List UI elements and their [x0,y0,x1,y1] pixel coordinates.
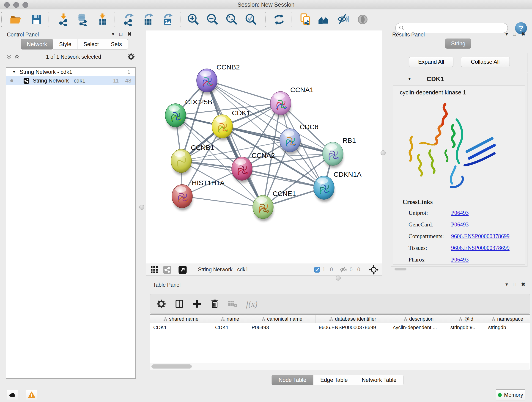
selected-checkbox-icon[interactable] [314,267,320,273]
network-overview-icon[interactable] [317,13,331,26]
column-header-namespace[interactable]: namespace [485,315,530,323]
export-image-icon[interactable] [160,13,174,26]
section-collapse-icon[interactable]: ▼ [408,77,412,81]
network-options-gear-icon[interactable] [127,53,135,61]
table-hscroll-thumb[interactable] [152,364,192,369]
warning-button[interactable] [26,390,37,400]
network-style-icon[interactable] [163,265,172,274]
gene-section-header[interactable]: ▼ CDK1 [391,73,527,85]
search-input[interactable] [404,25,497,31]
network-view-title: String Network - cdk1 [198,267,248,273]
table-hscrollbar[interactable] [150,363,530,370]
panel-float-icon[interactable]: □ [513,281,516,287]
network-node-CCNA1[interactable]: CCNA1 [270,86,314,115]
tree-collapse-icon[interactable]: ▼ [12,70,16,74]
export-network-icon[interactable] [121,13,135,26]
column-header-canonicalname[interactable]: canonical name [248,315,316,323]
show-panels-icon[interactable] [356,13,370,26]
collapse-all-icon[interactable] [6,54,12,60]
control-panel-header-icons: ▾ □ ✖ [112,31,132,37]
add-column-icon[interactable] [192,299,202,308]
memory-button[interactable]: Memory [496,389,525,400]
network-node-RB1[interactable]: RB1 [323,137,356,166]
show-columns-icon[interactable] [175,299,184,308]
column-header-databaseidentifier[interactable]: database identifier [316,315,390,323]
panel-menu-icon[interactable]: ▾ [505,31,508,37]
expand-all-button[interactable]: Expand All [409,57,453,67]
table-cell[interactable]: 9606.ENSP00000378699 [316,323,390,332]
network-node-HIST1H1A[interactable]: HIST1H1A [172,179,225,208]
column-header-id[interactable]: @id [447,315,485,323]
network-node-CCNB2[interactable]: CCNB2 [196,63,240,92]
window-minimize-button[interactable] [13,2,19,8]
crosslink-link[interactable]: P06493 [451,221,469,228]
horizontal-splitter-handle[interactable] [336,275,341,281]
zoom-fit-icon[interactable] [225,13,239,26]
results-buttons-box: Expand All Collapse All [391,53,527,72]
tab-network[interactable]: Network [21,39,53,50]
crosslink-link[interactable]: P06493 [451,256,469,263]
open-session-icon[interactable] [9,13,22,26]
right-splitter-handle[interactable] [380,150,386,155]
left-splitter-handle[interactable] [139,205,144,210]
birdseye-grid-icon[interactable] [150,265,159,274]
network-node-CDKN1A[interactable]: CDKN1A [314,171,361,199]
tab-style[interactable]: Style [53,39,77,50]
column-header-name[interactable]: name [212,315,248,323]
crosslink-link[interactable]: 9606.ENSP00000378699 [451,233,510,240]
column-header-description[interactable]: description [390,315,447,323]
window-close-button[interactable] [4,2,10,8]
save-session-icon[interactable] [29,13,43,26]
panel-float-icon[interactable]: □ [119,31,122,37]
table-row[interactable]: CDK1CDK1P064939606.ENSP00000378699cyclin… [150,323,530,332]
tab-sets[interactable]: Sets [105,39,128,50]
panel-close-icon[interactable]: ✖ [521,281,525,287]
clone-network-icon[interactable] [298,13,312,26]
panel-close-icon[interactable]: ✖ [521,31,525,37]
panel-menu-icon[interactable]: ▾ [505,281,508,287]
zoom-in-icon[interactable] [186,13,200,26]
network-row-selected[interactable]: String Network - cdk1 11 48 [6,76,135,85]
table-cell[interactable]: CDK1 [212,323,248,332]
open-in-new-window-icon[interactable] [178,265,187,274]
tab-select[interactable]: Select [77,39,105,50]
tab-edge-table[interactable]: Edge Table [313,375,355,385]
node-table[interactable]: shared namenamecanonical namedatabase id… [150,314,530,370]
table-cell[interactable]: stringdb:9... [447,323,485,332]
table-cell[interactable]: P06493 [248,323,316,332]
export-table-icon[interactable] [141,13,155,26]
table-cell[interactable]: CDK1 [150,323,212,332]
network-collection-row[interactable]: ▼ String Network - cdk1 1 [6,68,135,76]
import-table-from-file-icon[interactable] [96,13,109,26]
import-network-from-database-icon[interactable] [76,13,89,26]
zoom-out-icon[interactable] [206,13,220,26]
column-header-sharedname[interactable]: shared name [150,315,212,323]
import-network-from-file-icon[interactable] [57,13,70,26]
tab-node-table[interactable]: Node Table [272,375,313,385]
table-options-gear-icon[interactable] [157,299,166,308]
collection-count: 1 [127,69,130,75]
window-zoom-button[interactable] [22,2,28,8]
expand-all-icon[interactable] [14,54,20,60]
crosslink-link[interactable]: 9606.ENSP00000378699 [451,245,510,251]
fit-selected-crosshair-icon[interactable] [369,265,379,274]
panel-float-icon[interactable]: □ [513,31,516,37]
panel-close-icon[interactable]: ✖ [127,31,132,37]
tab-string[interactable]: String [445,38,471,49]
crosslink-link[interactable]: P06493 [451,210,469,216]
zoom-selected-icon[interactable] [244,13,258,26]
table-cell[interactable]: stringdb [485,323,530,332]
network-view-canvas[interactable]: CCNB2CCNA1CDC25BCDK1CDC6RB1CCNB1CCNA2CDK… [146,31,382,264]
results-hscroll-thumb[interactable] [394,268,406,270]
cloud-button[interactable] [7,390,18,400]
table-cell[interactable]: cyclin-dependent ... [390,323,447,332]
title-bar: Session: New Session [0,0,532,9]
delete-column-icon[interactable] [210,299,219,308]
network-node-CCNE1[interactable]: CCNE1 [253,190,296,219]
tab-network-table[interactable]: Network Table [355,375,404,385]
panel-menu-icon[interactable]: ▾ [112,31,114,37]
collapse-all-button[interactable]: Collapse All [461,57,510,67]
hide-panels-icon[interactable] [336,13,350,26]
refresh-layout-icon[interactable] [272,13,286,26]
network-node-CCNB1[interactable]: CCNB1 [171,144,214,172]
